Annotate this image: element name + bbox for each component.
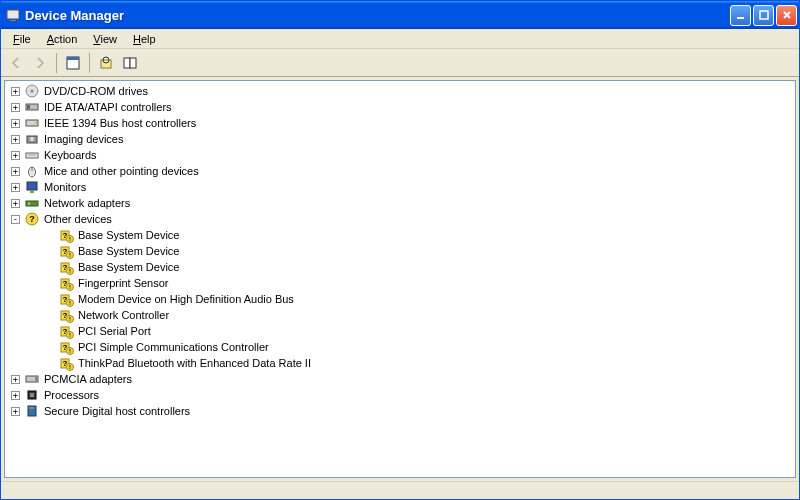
window-title: Device Manager: [25, 8, 730, 23]
close-button[interactable]: [776, 5, 797, 26]
expand-icon[interactable]: +: [11, 183, 20, 192]
svg-text:?: ?: [29, 214, 35, 224]
menu-view[interactable]: View: [85, 31, 125, 47]
svg-rect-8: [124, 58, 130, 68]
svg-point-17: [30, 137, 34, 141]
collapse-icon[interactable]: -: [11, 215, 20, 224]
category-label: PCMCIA adapters: [44, 373, 132, 385]
tree-category[interactable]: +IEEE 1394 Bus host controllers: [5, 115, 795, 131]
warning-icon: ?!: [58, 355, 74, 371]
tree-device[interactable]: ?!Network Controller: [5, 307, 795, 323]
svg-rect-13: [27, 105, 30, 109]
maximize-button[interactable]: [753, 5, 774, 26]
svg-rect-22: [27, 182, 37, 190]
menu-file[interactable]: File: [5, 31, 39, 47]
properties-button[interactable]: [62, 52, 84, 74]
expand-icon[interactable]: +: [11, 391, 20, 400]
svg-rect-0: [7, 10, 19, 19]
menubar: File Action View Help: [1, 29, 799, 49]
content-area: +DVD/CD-ROM drives+IDE ATA/ATAPI control…: [4, 80, 796, 478]
svg-rect-67: [30, 393, 34, 397]
minimize-button[interactable]: [730, 5, 751, 26]
category-label: Imaging devices: [44, 133, 124, 145]
expand-icon[interactable]: +: [11, 375, 20, 384]
window-controls: [730, 5, 797, 26]
expand-icon[interactable]: +: [11, 167, 20, 176]
warning-icon: ?!: [58, 339, 74, 355]
ide-icon: [24, 99, 40, 115]
tree-category[interactable]: +PCMCIA adapters: [5, 371, 795, 387]
titlebar[interactable]: Device Manager: [1, 1, 799, 29]
expand-icon[interactable]: +: [11, 407, 20, 416]
tree-category[interactable]: +DVD/CD-ROM drives: [5, 83, 795, 99]
tree-category[interactable]: +Secure Digital host controllers: [5, 403, 795, 419]
category-label: Secure Digital host controllers: [44, 405, 190, 417]
tree-device[interactable]: ?!PCI Simple Communications Controller: [5, 339, 795, 355]
disc-icon: [24, 83, 40, 99]
show-hidden-button[interactable]: [119, 52, 141, 74]
category-label: Monitors: [44, 181, 86, 193]
svg-rect-3: [760, 11, 768, 19]
tree-category[interactable]: +Imaging devices: [5, 131, 795, 147]
back-button: [5, 52, 27, 74]
device-label: ThinkPad Bluetooth with Enhanced Data Ra…: [78, 357, 311, 369]
network-icon: [24, 195, 40, 211]
expand-icon[interactable]: +: [11, 103, 20, 112]
tree-category-other-devices[interactable]: -?Other devices: [5, 211, 795, 227]
device-tree[interactable]: +DVD/CD-ROM drives+IDE ATA/ATAPI control…: [5, 81, 795, 477]
category-label: Processors: [44, 389, 99, 401]
expand-icon[interactable]: +: [11, 87, 20, 96]
device-label: Network Controller: [78, 309, 169, 321]
expand-icon[interactable]: +: [11, 199, 20, 208]
svg-rect-2: [737, 17, 744, 19]
expand-icon[interactable]: +: [11, 119, 20, 128]
svg-rect-24: [26, 201, 38, 206]
device-label: Base System Device: [78, 261, 179, 273]
category-label: IEEE 1394 Bus host controllers: [44, 117, 196, 129]
category-label: DVD/CD-ROM drives: [44, 85, 148, 97]
svg-text:!: !: [69, 316, 71, 322]
category-label: Other devices: [44, 213, 112, 225]
tree-category[interactable]: +IDE ATA/ATAPI controllers: [5, 99, 795, 115]
svg-point-11: [31, 90, 34, 93]
device-label: Modem Device on High Definition Audio Bu…: [78, 293, 294, 305]
scan-button[interactable]: [95, 52, 117, 74]
device-label: Base System Device: [78, 245, 179, 257]
warning-icon: ?!: [58, 227, 74, 243]
device-label: Fingerprint Sensor: [78, 277, 169, 289]
warning-icon: ?!: [58, 291, 74, 307]
menu-action[interactable]: Action: [39, 31, 86, 47]
tree-category[interactable]: +Mice and other pointing devices: [5, 163, 795, 179]
tree-device[interactable]: ?!Fingerprint Sensor: [5, 275, 795, 291]
tree-category[interactable]: +Monitors: [5, 179, 795, 195]
device-manager-window: Device Manager File Action View Help +DV…: [0, 0, 800, 500]
tree-category[interactable]: +Keyboards: [5, 147, 795, 163]
warning-icon: ?!: [58, 243, 74, 259]
svg-text:!: !: [69, 236, 71, 242]
tree-device[interactable]: ?!Base System Device: [5, 243, 795, 259]
tree-device[interactable]: ?!PCI Serial Port: [5, 323, 795, 339]
tree-category[interactable]: +Processors: [5, 387, 795, 403]
statusbar: [1, 481, 799, 499]
tree-device[interactable]: ?!Base System Device: [5, 259, 795, 275]
menu-help[interactable]: Help: [125, 31, 164, 47]
svg-text:!: !: [69, 268, 71, 274]
tree-device[interactable]: ?!Base System Device: [5, 227, 795, 243]
toolbar-separator: [56, 53, 57, 73]
expand-icon[interactable]: +: [11, 135, 20, 144]
svg-text:!: !: [69, 348, 71, 354]
expand-icon[interactable]: +: [11, 151, 20, 160]
svg-rect-6: [101, 60, 111, 68]
tree-category[interactable]: +Network adapters: [5, 195, 795, 211]
warning-icon: ?!: [58, 323, 74, 339]
category-label: IDE ATA/ATAPI controllers: [44, 101, 172, 113]
mouse-icon: [24, 163, 40, 179]
tree-device[interactable]: ?!ThinkPad Bluetooth with Enhanced Data …: [5, 355, 795, 371]
keyboard-icon: [24, 147, 40, 163]
category-label: Network adapters: [44, 197, 130, 209]
svg-text:!: !: [69, 252, 71, 258]
toolbar: [1, 49, 799, 77]
pcmcia-icon: [24, 371, 40, 387]
tree-device[interactable]: ?!Modem Device on High Definition Audio …: [5, 291, 795, 307]
ieee-icon: [24, 115, 40, 131]
